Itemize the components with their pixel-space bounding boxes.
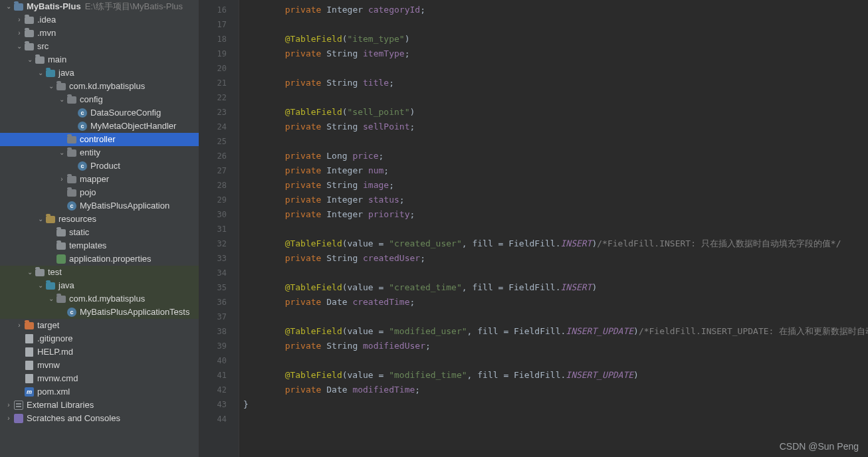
tree-item-src[interactable]: ⌄src	[0, 40, 199, 53]
code-line[interactable]: }	[243, 397, 868, 412]
expand-arrow-icon[interactable]: ›	[4, 399, 13, 412]
code-line[interactable]: private Integer status;	[243, 193, 868, 207]
code-area[interactable]: private Integer categoryId; @TableField(…	[239, 0, 868, 457]
code-line[interactable]	[243, 134, 868, 149]
token-par: value	[348, 326, 379, 336]
code-line[interactable]: @TableField("sell_point")	[243, 105, 868, 120]
expand-arrow-icon[interactable]: ›	[15, 27, 24, 40]
code-line[interactable]	[243, 90, 868, 105]
code-line[interactable]: @TableField(value = "modified_user", fil…	[243, 324, 868, 339]
expand-arrow-icon[interactable]: ⌄	[47, 292, 56, 306]
token-ann: @TableField	[285, 370, 342, 380]
tree-item-mapper[interactable]: ›mapper	[0, 173, 199, 186]
tree-item-mvnwc[interactable]: mvnw.cmd	[0, 372, 199, 385]
folder-tgt-icon	[24, 320, 35, 331]
code-line[interactable]: private String sellPoint;	[243, 120, 868, 134]
token-ind	[243, 297, 285, 307]
code-line[interactable]: @TableField("item_type")	[243, 32, 868, 46]
scratch-icon	[13, 413, 24, 424]
tree-item-pkg[interactable]: ⌄com.kd.mybatisplus	[0, 80, 199, 93]
code-line[interactable]: private Date modifiedTime;	[243, 383, 868, 397]
expand-arrow-icon[interactable]: ⌄	[4, 0, 13, 13]
expand-arrow-icon[interactable]: ›	[4, 412, 13, 425]
tree-item-mmoh[interactable]: MyMetaObjectHandler	[0, 120, 199, 133]
tree-item-entity[interactable]: ⌄entity	[0, 146, 199, 159]
tree-item-label: pom.xml	[37, 385, 70, 399]
tree-item-appprop[interactable]: application.properties	[0, 252, 199, 266]
tree-item-scr[interactable]: ›Scratches and Consoles	[0, 412, 199, 425]
code-line[interactable]: private Long price;	[243, 149, 868, 163]
code-line[interactable]	[243, 353, 868, 368]
code-line[interactable]	[243, 266, 868, 280]
expand-arrow-icon[interactable]: ⌄	[57, 93, 66, 106]
expand-arrow-icon[interactable]: ⌄	[15, 40, 24, 53]
tree-item-mvn[interactable]: ›.mvn	[0, 27, 199, 40]
tree-item-label: mapper	[80, 173, 109, 186]
tree-item-test[interactable]: ⌄test	[0, 266, 199, 279]
code-line[interactable]	[243, 412, 868, 426]
tree-item-pom[interactable]: pom.xml	[0, 385, 199, 399]
token-ind	[243, 341, 285, 351]
code-line[interactable]: private String title;	[243, 76, 868, 90]
expand-arrow-icon[interactable]: ›	[15, 319, 24, 332]
code-line[interactable]: private Integer num;	[243, 163, 868, 178]
token-typ: Integer	[326, 209, 368, 219]
file-icon	[24, 333, 35, 344]
expand-arrow-icon[interactable]: ⌄	[36, 279, 45, 292]
tree-item-templates[interactable]: templates	[0, 239, 199, 252]
code-line[interactable]: private Date createdTime;	[243, 295, 868, 310]
code-line[interactable]	[243, 222, 868, 236]
code-editor[interactable]: 1617181920212223242526272829303132333435…	[199, 0, 868, 457]
tree-item-ttests[interactable]: MyBatisPlusApplicationTests	[0, 306, 199, 319]
code-line[interactable]: @TableField(value = "created_user", fill…	[243, 236, 868, 251]
code-line[interactable]: private String image;	[243, 178, 868, 193]
code-line[interactable]	[243, 61, 868, 76]
tree-item-app[interactable]: MyBatisPlusApplication	[0, 199, 199, 213]
tree-item-idea[interactable]: ›.idea	[0, 13, 199, 27]
code-line[interactable]: @TableField(value = "modified_time", fil…	[243, 368, 868, 383]
token-ind	[243, 165, 285, 175]
code-line[interactable]	[243, 17, 868, 32]
code-line[interactable]	[243, 310, 868, 324]
expand-arrow-icon[interactable]: ›	[15, 13, 24, 27]
tree-item-target[interactable]: ›target	[0, 319, 199, 332]
tree-item-root[interactable]: ⌄MyBatis-PlusE:\练手项目\MyBatis-Plus	[0, 0, 199, 13]
code-line[interactable]: private Integer categoryId;	[243, 3, 868, 17]
code-line[interactable]: private String itemType;	[243, 46, 868, 61]
code-line[interactable]: private String modifiedUser;	[243, 339, 868, 353]
tree-item-java[interactable]: ⌄java	[0, 66, 199, 80]
tree-item-tjava[interactable]: ⌄java	[0, 279, 199, 292]
tree-item-ext[interactable]: ›External Libraries	[0, 399, 199, 412]
expand-arrow-icon[interactable]: ⌄	[25, 53, 35, 66]
expand-arrow-icon[interactable]: ⌄	[57, 146, 66, 159]
tree-item-dsc[interactable]: DataSourceConfig	[0, 106, 199, 120]
tree-item-tpkg[interactable]: ⌄com.kd.mybatisplus	[0, 292, 199, 306]
line-number: 27	[199, 163, 239, 178]
tree-item-resources[interactable]: ⌄resources	[0, 213, 199, 226]
tree-item-mvnw[interactable]: mvnw	[0, 359, 199, 372]
tree-item-label: entity	[80, 146, 100, 159]
expand-arrow-icon[interactable]: ›	[57, 173, 66, 186]
line-number: 26	[199, 149, 239, 163]
expand-arrow-icon[interactable]: ⌄	[47, 80, 56, 93]
line-number: 21	[199, 76, 239, 90]
expand-arrow-icon[interactable]: ⌄	[36, 213, 45, 226]
token-op: (	[342, 107, 348, 117]
tree-item-static[interactable]: static	[0, 226, 199, 239]
tree-item-help[interactable]: HELP.md	[0, 345, 199, 359]
class-icon	[77, 161, 88, 171]
token-ind	[243, 107, 285, 117]
tree-item-pojo[interactable]: pojo	[0, 186, 199, 199]
tree-item-main[interactable]: ⌄main	[0, 53, 199, 66]
tree-item-product[interactable]: Product	[0, 159, 199, 173]
expand-arrow-icon[interactable]: ⌄	[25, 266, 35, 279]
tree-item-label: java	[58, 279, 74, 292]
tree-item-gitignore[interactable]: .gitignore	[0, 332, 199, 345]
expand-arrow-icon[interactable]: ⌄	[36, 66, 45, 80]
project-tree[interactable]: ⌄MyBatis-PlusE:\练手项目\MyBatis-Plus›.idea›…	[0, 0, 199, 457]
code-line[interactable]: @TableField(value = "created_time", fill…	[243, 280, 868, 295]
code-line[interactable]: private Integer priority;	[243, 207, 868, 222]
tree-item-config[interactable]: ⌄config	[0, 93, 199, 106]
tree-item-controller[interactable]: controller	[0, 133, 199, 146]
code-line[interactable]: private String createdUser;	[243, 251, 868, 266]
